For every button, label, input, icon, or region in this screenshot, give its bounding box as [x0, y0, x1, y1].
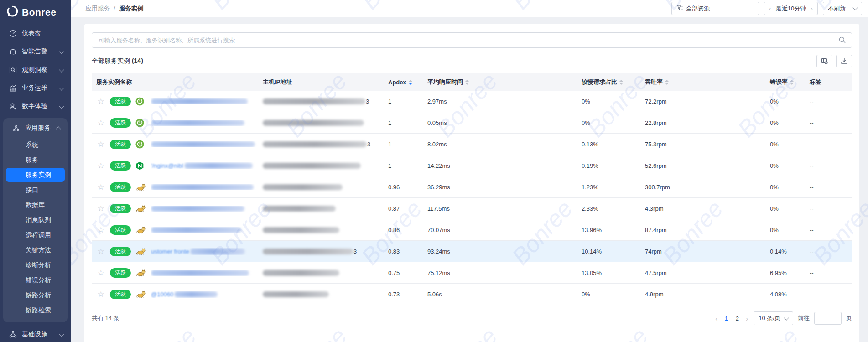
sidebar-item-label: 仪表盘 [22, 29, 65, 37]
column-header-error[interactable]: 错误率 [770, 78, 810, 86]
sidebar-sub-item-label: 服务实例 [26, 171, 51, 179]
service-instance-name-link[interactable] [151, 184, 258, 190]
service-instance-name-link[interactable] [151, 98, 258, 104]
service-instance-name-link[interactable] [151, 206, 258, 212]
table-row[interactable]: ☆ 活跃 [92, 219, 852, 241]
redacted-ip-bar [263, 206, 336, 212]
redacted-name-bar [151, 98, 248, 104]
sort-icons[interactable] [790, 80, 794, 85]
favorite-star-icon[interactable]: ☆ [92, 140, 110, 149]
favorite-star-icon[interactable]: ☆ [92, 290, 110, 299]
sort-icons[interactable] [465, 80, 469, 85]
favorite-star-icon[interactable]: ☆ [92, 161, 110, 171]
service-instance-name-link[interactable]: ustomer fronte [151, 248, 258, 255]
favorite-star-icon[interactable]: ☆ [92, 118, 110, 128]
slow-request-ratio-value: 13.05% [582, 269, 645, 276]
list-count: (14) [132, 57, 143, 64]
service-instance-name-link[interactable]: @10060 [151, 291, 258, 298]
favorite-star-icon[interactable]: ☆ [92, 247, 110, 256]
refresh-select[interactable]: 不刷新 [823, 2, 862, 15]
download-button[interactable] [836, 55, 852, 67]
favorite-star-icon[interactable]: ☆ [92, 225, 110, 235]
sidebar-sub-item[interactable]: 诊断分析 [6, 258, 65, 273]
host-ip-cell [258, 291, 388, 297]
goto-page-input[interactable] [814, 312, 842, 325]
sidebar-item[interactable]: 仪表盘 [0, 24, 71, 42]
status-cell: 活跃 [110, 140, 135, 149]
next-page-arrow[interactable]: › [745, 315, 749, 322]
chevron-down-icon [59, 49, 64, 54]
sidebar-sub-item-label: 链路分析 [26, 291, 51, 300]
time-prev-arrow[interactable]: ‹ [769, 5, 771, 12]
time-range-value[interactable]: 最近10分钟 [776, 5, 806, 13]
service-instance-name-link[interactable] [151, 120, 258, 126]
status-cell: 活跃 [110, 268, 135, 278]
table-row[interactable]: ☆ 活跃 @10060 [92, 284, 852, 305]
sidebar-item-icon [9, 84, 17, 92]
sort-icons[interactable] [619, 80, 623, 85]
sort-icons[interactable] [665, 80, 669, 85]
sidebar-sub-item[interactable]: 关键方法 [6, 243, 65, 258]
table-row[interactable]: ☆ 活跃 3 [92, 134, 852, 155]
favorite-star-icon[interactable]: ☆ [92, 182, 110, 192]
search-icon[interactable] [838, 36, 846, 46]
favorite-star-icon[interactable]: ☆ [92, 97, 110, 106]
redacted-ip-bar [263, 141, 367, 147]
favorite-star-icon[interactable]: ☆ [92, 268, 110, 278]
prev-page-arrow[interactable]: ‹ [714, 315, 718, 322]
page-number[interactable]: 2 [734, 315, 740, 322]
apdex-value: 0.73 [388, 291, 427, 298]
table-row[interactable]: ☆ 活跃 [92, 198, 852, 219]
sidebar-item-label: 基础设施 [22, 330, 60, 338]
sidebar-sub-item[interactable]: 错误分析 [6, 273, 65, 288]
column-settings-button[interactable] [816, 55, 832, 67]
column-header-apdex[interactable]: Apdex [388, 79, 427, 86]
page-size-select[interactable]: 10 条/页 [754, 311, 793, 325]
service-instance-name-link[interactable] [151, 227, 258, 233]
error-rate-value: 0% [770, 98, 810, 105]
favorite-star-icon[interactable]: ☆ [92, 204, 110, 213]
total-count-text: 共有 14 条 [92, 314, 120, 322]
column-header-response[interactable]: 平均响应时间 [427, 78, 582, 86]
sidebar-sub-item[interactable]: 系统 [6, 137, 65, 152]
column-header-slow[interactable]: 较慢请求占比 [582, 78, 645, 86]
table-row[interactable]: ☆ 活跃 ustomer fronte [92, 241, 852, 262]
brand-logo[interactable]: Bonree [0, 0, 71, 24]
sidebar-sub-item[interactable]: 链路检索 [6, 303, 65, 318]
sidebar-sub-item[interactable]: 数据库 [6, 197, 65, 212]
status-badge: 活跃 [110, 182, 131, 192]
sidebar-item[interactable]: 智能告警 [0, 42, 71, 61]
table-row[interactable]: ☆ 活跃 [92, 176, 852, 198]
resource-filter-select[interactable]: 全部资源 [671, 2, 759, 15]
table-row[interactable]: ☆ 活跃 '/nginx@nibl [92, 155, 852, 176]
sidebar-item[interactable]: 业务运维 [0, 79, 71, 97]
table-row[interactable]: ☆ 活跃 [92, 262, 852, 284]
goto-label: 前往 [798, 314, 810, 322]
service-instance-name-link[interactable]: '/nginx@nibl [151, 162, 258, 169]
search-input[interactable] [98, 36, 835, 44]
sidebar-item[interactable]: 观测洞察 [0, 61, 71, 79]
time-next-arrow[interactable]: › [811, 5, 813, 12]
breadcrumb-parent[interactable]: 应用服务 [85, 5, 110, 13]
sidebar-item[interactable]: 数字体验 [0, 97, 71, 115]
service-instance-name-link[interactable] [151, 141, 258, 147]
sidebar-item-label: 观测洞察 [22, 66, 60, 74]
sidebar-item[interactable]: 基础设施 [0, 325, 71, 342]
column-header-throughput[interactable]: 吞吐率 [645, 78, 770, 86]
service-instance-name-link[interactable] [151, 270, 258, 276]
sidebar-sub-item[interactable]: 远程调用 [6, 228, 65, 243]
sidebar-sub-item[interactable]: 接口 [6, 182, 65, 197]
table-row[interactable]: ☆ 活跃 3 [92, 91, 852, 112]
chevron-down-icon [852, 5, 858, 10]
sidebar-sub-item[interactable]: 消息队列 [6, 212, 65, 228]
error-rate-value: 0% [770, 184, 810, 191]
sidebar-item-app-services[interactable]: 应用服务 [3, 119, 68, 137]
throughput-value: 72.2rpm [645, 98, 770, 105]
sidebar-sub-item[interactable]: 服务 [6, 152, 65, 167]
sidebar-sub-item[interactable]: 服务实例 [6, 168, 65, 182]
page-number[interactable]: 1 [723, 315, 729, 322]
sort-icons[interactable] [409, 80, 412, 85]
table-row[interactable]: ☆ 活跃 [92, 112, 852, 134]
tag-value: -- [810, 141, 852, 148]
sidebar-sub-item[interactable]: 链路分析 [6, 288, 65, 303]
